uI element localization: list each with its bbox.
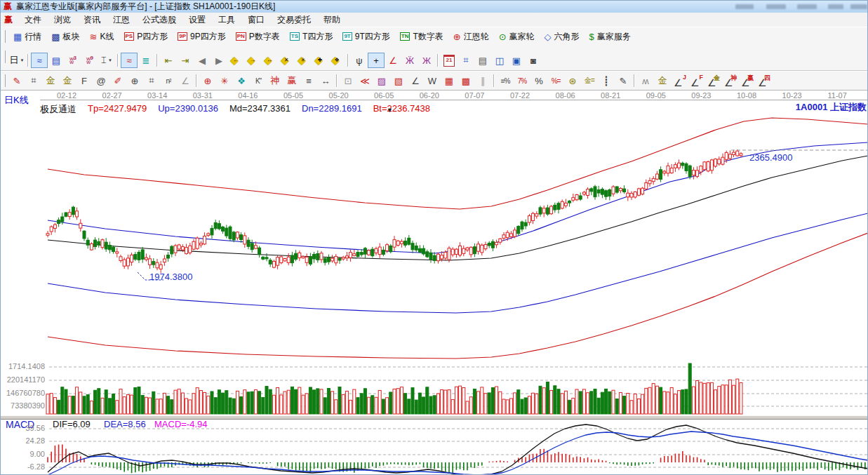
shen-grid-button[interactable]: 神	[267, 73, 283, 88]
menu-item-帮助[interactable]: 帮助	[317, 13, 347, 27]
save-disk-button[interactable]: ◫	[491, 53, 508, 68]
p-number-table-button[interactable]: PNP数字表	[231, 29, 285, 44]
percent-line-button[interactable]: %=	[547, 73, 564, 88]
ray-fan-red-button[interactable]: ≪	[356, 73, 373, 88]
seven-percent-button[interactable]: 7%	[514, 73, 530, 88]
pen-black-button[interactable]: ✎	[615, 73, 632, 88]
histogram-button[interactable]: ≣	[138, 53, 154, 68]
t-square-button[interactable]: TST四方形	[285, 29, 338, 44]
compass-button[interactable]: ⊕	[199, 73, 216, 88]
time-grid-button[interactable]: ⌗	[25, 73, 42, 88]
toolbar-grip[interactable]	[2, 74, 6, 87]
p-square-button[interactable]: PSP四方形	[119, 29, 173, 44]
gold-grid-b-button[interactable]: 金	[59, 73, 76, 88]
zigzag-wave-button[interactable]: W	[424, 73, 441, 88]
titlebar-control[interactable]	[850, 4, 867, 9]
gold-angle-button[interactable]: ∠金	[705, 73, 721, 88]
period-label[interactable]: 日K线	[4, 94, 29, 107]
hash-grid-button[interactable]: ⌗	[143, 73, 160, 88]
percent-button[interactable]: %	[530, 73, 547, 88]
menu-item-资讯[interactable]: 资讯	[77, 13, 107, 27]
diamond-star-button[interactable]: ◆✳	[295, 53, 312, 68]
f-angle-button[interactable]: ∠F	[688, 73, 705, 88]
gold-circle-button[interactable]: ⊛	[564, 73, 581, 88]
menu-item-江恩[interactable]: 江恩	[107, 13, 136, 27]
diamond-left-button[interactable]: ◆←	[227, 53, 244, 68]
gann-wheel-button[interactable]: ⊕江恩轮	[448, 29, 494, 44]
diamond-all-button[interactable]: ◆❖	[328, 53, 345, 68]
fan-square-button[interactable]: ▧	[390, 73, 407, 88]
shen-angle-button[interactable]: ∠神	[721, 73, 738, 88]
first-bar-button[interactable]: ⇤	[160, 53, 177, 68]
symbol-label[interactable]: 1A0001 上证指数	[796, 101, 867, 114]
channel-name[interactable]: 极反通道	[40, 103, 76, 116]
calendar-button[interactable]: 21	[441, 53, 458, 68]
gann-tool-b-button[interactable]: Ж	[418, 53, 435, 68]
fan-box-button[interactable]: ▨	[373, 73, 390, 88]
sketch-blue-button[interactable]: ≈	[31, 53, 48, 68]
trend-rays-button[interactable]: ∠	[407, 73, 424, 88]
gann-circle-grid-button[interactable]: ⊕	[126, 73, 143, 88]
winner-wheel-button[interactable]: ⊙赢家轮	[494, 29, 540, 44]
diamond-h-button[interactable]: ◆↔	[261, 53, 278, 68]
nine-t-square-button[interactable]: 9T9T四方形	[338, 29, 394, 44]
tick-ruler-button[interactable]: ┋	[598, 73, 615, 88]
diamond-cross-button[interactable]: ◆✕	[278, 53, 295, 68]
a-wave-button[interactable]: ʍ	[637, 73, 654, 88]
last-bar-button[interactable]: ⇥	[177, 53, 194, 68]
candle-style-button[interactable]: ⌶▼	[98, 53, 115, 68]
winner-service-button[interactable]: $赢家服务	[585, 29, 636, 44]
gold-level-button[interactable]: 金=	[581, 73, 598, 88]
camera-button[interactable]: ◙	[525, 53, 542, 68]
ying-grid-button[interactable]: 赢	[283, 73, 300, 88]
parallel-lines-button[interactable]: ∥	[474, 73, 491, 88]
k-marks-button[interactable]: K"	[250, 73, 267, 88]
titlebar-control[interactable]	[735, 4, 754, 9]
titlebar-control[interactable]	[766, 4, 786, 9]
crosshair-button[interactable]: +	[368, 53, 385, 68]
t-number-table-button[interactable]: TNT数字表	[395, 29, 448, 44]
box-select-button[interactable]: ⊡	[340, 73, 356, 88]
pen-tool-button[interactable]: ✎	[8, 73, 25, 88]
wave-9-button[interactable]: ʬ9	[81, 53, 98, 68]
sector-board-button[interactable]: ▩板块	[46, 29, 84, 44]
angle-tool-button[interactable]: ∠	[385, 53, 401, 68]
red-web-button[interactable]: ▦	[441, 73, 458, 88]
notepad-button[interactable]: ▤	[474, 53, 491, 68]
diamond-plus-button[interactable]: ◆✚	[312, 53, 328, 68]
sketch-red-button[interactable]: ≈	[121, 53, 138, 68]
nine-p-square-button[interactable]: 9P9P四方形	[173, 29, 230, 44]
kline-chart-button[interactable]: ≋K线	[85, 29, 119, 44]
prev-bar-button[interactable]: ◀	[194, 53, 211, 68]
pan-hand-button[interactable]: ψ	[351, 53, 368, 68]
snapshot-button[interactable]: ▣	[508, 53, 525, 68]
menu-item-文件[interactable]: 文件	[18, 13, 48, 27]
market-quotes-button[interactable]: ▦行情	[8, 29, 46, 44]
chart-client-area[interactable]: 日K线 02-1202-2703-1403-3104-1605-0505-200…	[0, 89, 868, 475]
toolbar-grip[interactable]	[2, 30, 6, 43]
menu-item-工具[interactable]: 工具	[212, 13, 241, 27]
wave-3-button[interactable]: ʬ3	[65, 53, 81, 68]
memo-button[interactable]: ▤	[48, 53, 65, 68]
toolbar-grip[interactable]	[2, 51, 6, 63]
f-grid-button[interactable]: F	[76, 73, 93, 88]
price-ladder-button[interactable]: ≡	[300, 73, 317, 88]
titlebar[interactable]: 赢 赢家江恩专业版[赢家内部服务平台] - [上证指数 SH1A0001-190…	[0, 0, 868, 13]
hexagon-button[interactable]: ◇六角形	[540, 29, 585, 44]
calculator-button[interactable]: ⌗	[458, 53, 474, 68]
red-web-arrow-button[interactable]: ▩	[458, 73, 474, 88]
gann-tool-a-button[interactable]: Ӝ	[401, 53, 418, 68]
fan-lines-button[interactable]: ∠	[177, 73, 194, 88]
menu-item-窗口[interactable]: 窗口	[241, 13, 271, 27]
period-day-button[interactable]: 日▼	[8, 53, 25, 68]
gold-grid-a-button[interactable]: 金	[42, 73, 59, 88]
menu-item-浏览[interactable]: 浏览	[48, 13, 77, 27]
menu-item-公式选股[interactable]: 公式选股	[136, 13, 182, 27]
ying-angle-button[interactable]: ∠赢	[738, 73, 755, 88]
next-bar-button[interactable]: ▶	[211, 53, 227, 68]
diamond-right-button[interactable]: ◆→	[244, 53, 261, 68]
web-grid-button[interactable]: ❖	[233, 73, 250, 88]
star-rays-button[interactable]: ✳	[216, 73, 233, 88]
menu-item-设置[interactable]: 设置	[182, 13, 212, 27]
j-angle-button[interactable]: ∠J	[671, 73, 688, 88]
